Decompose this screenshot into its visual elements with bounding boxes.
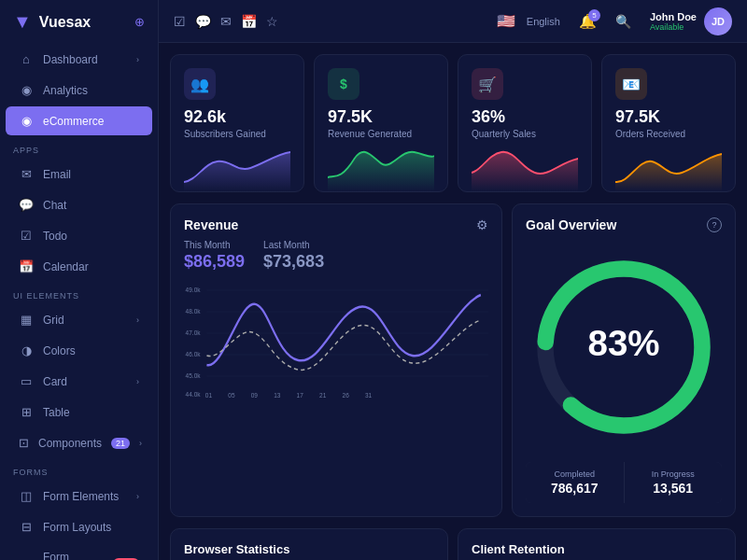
- svg-text:21: 21: [319, 390, 326, 399]
- bottom-row: Browser Statistics Google Chrome 800 ↑ M…: [170, 528, 736, 560]
- svg-text:83%: 83%: [587, 323, 659, 363]
- goal-donut-chart: 83%: [526, 249, 722, 445]
- checklist-icon[interactable]: ☑: [174, 14, 186, 29]
- analytics-icon: ◉: [19, 83, 34, 97]
- star-header-icon[interactable]: ☆: [266, 14, 278, 29]
- sales-icon: 🛒: [472, 68, 503, 100]
- revenue-value: 97.5K: [328, 107, 434, 127]
- svg-text:46.0k: 46.0k: [186, 349, 201, 358]
- sidebar-item-card[interactable]: ▭ Card ›: [6, 367, 152, 396]
- form-layouts-icon: ⊟: [19, 520, 34, 534]
- sidebar-item-form-elements[interactable]: ◫ Form Elements ›: [6, 482, 152, 511]
- completed-stat: Completed 786,617: [526, 462, 624, 503]
- forms-section-label: FORMS: [0, 458, 158, 481]
- stat-cards-grid: 👥 92.6k Subscribers Gained: [170, 54, 736, 192]
- revenue-chart: [328, 145, 434, 191]
- logo-icon: ▼: [13, 11, 32, 33]
- sidebar-item-chat[interactable]: 💬 Chat: [6, 190, 152, 219]
- goal-card: Goal Overview ? 83% Completed 786,617: [512, 203, 736, 517]
- client-retention-card: Client Retention New Clients Retained Cl…: [458, 528, 736, 560]
- form-elements-icon: ◫: [19, 489, 34, 503]
- browser-stats-title: Browser Statistics: [184, 542, 434, 556]
- this-month-block: This Month $86,589: [184, 240, 245, 272]
- subscribers-label: Subscribers Gained: [184, 129, 290, 139]
- form-wizard-icon: ◪: [19, 557, 34, 561]
- svg-text:49.0k: 49.0k: [186, 285, 201, 294]
- last-month-value: $73,683: [263, 252, 324, 272]
- mail-header-icon[interactable]: ✉: [220, 14, 232, 29]
- sidebar-item-analytics[interactable]: ◉ Analytics: [6, 76, 152, 105]
- chevron-down-icon: ›: [136, 55, 139, 64]
- svg-text:09: 09: [251, 390, 258, 399]
- sidebar-item-form-layouts[interactable]: ⊟ Form Layouts: [6, 512, 152, 541]
- table-icon: ⊞: [19, 405, 34, 419]
- grid-icon: ▦: [19, 313, 34, 327]
- revenue-label: Revenue Generated: [328, 129, 434, 139]
- stat-card-revenue: $ 97.5K Revenue Generated: [314, 54, 448, 192]
- header-icons: ☑ 💬 ✉ 📅 ☆: [174, 14, 278, 29]
- email-icon: ✉: [19, 167, 34, 181]
- orders-value: 97.5K: [615, 107, 722, 127]
- user-status: Available: [650, 22, 697, 32]
- goal-title: Goal Overview: [526, 217, 616, 232]
- main-content: ☑ 💬 ✉ 📅 ☆ 🇺🇸 English 🔔 5 🔍 John Doe Avai…: [159, 0, 747, 560]
- sidebar-item-colors[interactable]: ◑ Colors: [6, 336, 152, 365]
- subscribers-icon: 👥: [184, 68, 216, 100]
- sidebar-item-form-wizard[interactable]: ◪ Form Wizard New: [6, 543, 152, 560]
- sidebar-item-table[interactable]: ⊞ Table: [6, 398, 152, 427]
- in-progress-value: 13,561: [632, 481, 715, 496]
- sales-value: 36%: [472, 107, 578, 127]
- revenue-wave-chart: 49.0k 48.0k 47.0k 46.0k 45.0k 44.0k: [184, 281, 488, 402]
- revenue-card-title: Revenue: [184, 217, 238, 232]
- sidebar: ▼ Vuesax ⊕ ⌂ Dashboard › ◉ Analytics ◉ e…: [0, 0, 159, 560]
- header: ☑ 💬 ✉ 📅 ☆ 🇺🇸 English 🔔 5 🔍 John Doe Avai…: [159, 0, 747, 43]
- svg-text:01: 01: [205, 390, 212, 399]
- sidebar-item-label: Grid: [43, 314, 127, 327]
- user-info[interactable]: John Doe Available JD: [650, 7, 732, 35]
- chat-header-icon[interactable]: 💬: [195, 14, 211, 29]
- revenue-icon: $: [328, 68, 359, 100]
- dashboard-icon: ⌂: [19, 52, 34, 66]
- orders-label: Orders Received: [615, 129, 722, 139]
- search-icon[interactable]: 🔍: [615, 14, 631, 29]
- completed-label: Completed: [533, 469, 616, 479]
- svg-text:48.0k: 48.0k: [186, 306, 201, 315]
- svg-text:44.0k: 44.0k: [186, 389, 201, 399]
- svg-text:26: 26: [343, 390, 349, 399]
- sidebar-item-label: Components: [38, 437, 102, 450]
- sidebar-item-label: Dashboard: [43, 53, 127, 66]
- this-month-label: This Month: [184, 240, 245, 250]
- sidebar-item-components[interactable]: ⊡ Components 21 ›: [6, 428, 152, 457]
- revenue-settings-icon[interactable]: ⚙: [476, 217, 488, 232]
- sidebar-item-dashboard[interactable]: ⌂ Dashboard ›: [6, 45, 152, 74]
- logo: ▼ Vuesax ⊕: [0, 0, 158, 44]
- in-progress-label: In Progress: [632, 469, 715, 479]
- ecommerce-icon: ◉: [19, 114, 34, 128]
- components-badge: 21: [111, 438, 130, 449]
- svg-text:05: 05: [228, 390, 234, 399]
- notifications-button[interactable]: 🔔 5: [579, 13, 597, 30]
- sidebar-item-label: Colors: [43, 344, 139, 357]
- sidebar-item-grid[interactable]: ▦ Grid ›: [6, 305, 152, 334]
- language-label[interactable]: English: [527, 16, 560, 27]
- sidebar-item-label: Calendar: [43, 260, 139, 273]
- svg-text:13: 13: [274, 390, 280, 399]
- chevron-right-icon: ›: [136, 492, 139, 501]
- revenue-header: Revenue ⚙: [184, 217, 488, 232]
- sidebar-item-email[interactable]: ✉ Email: [6, 160, 152, 189]
- sidebar-item-label: Analytics: [43, 84, 139, 97]
- orders-chart: [615, 145, 722, 191]
- sidebar-item-label: Form Wizard: [43, 551, 104, 560]
- sidebar-item-todo[interactable]: ☑ Todo: [6, 221, 152, 250]
- sidebar-item-ecommerce[interactable]: ◉ eCommerce: [6, 106, 152, 135]
- sidebar-item-calendar[interactable]: 📅 Calendar: [6, 252, 152, 281]
- chevron-right-icon: ›: [139, 439, 142, 448]
- subscribers-value: 92.6k: [184, 107, 290, 127]
- help-icon[interactable]: ?: [707, 217, 722, 232]
- calendar-header-icon[interactable]: 📅: [241, 14, 257, 29]
- goal-header: Goal Overview ?: [526, 217, 722, 232]
- subscribers-chart: [184, 145, 290, 191]
- settings-icon[interactable]: ⊕: [134, 15, 145, 29]
- sales-label: Quarterly Sales: [472, 129, 578, 139]
- browser-stats-card: Browser Statistics Google Chrome 800 ↑ M…: [170, 528, 448, 560]
